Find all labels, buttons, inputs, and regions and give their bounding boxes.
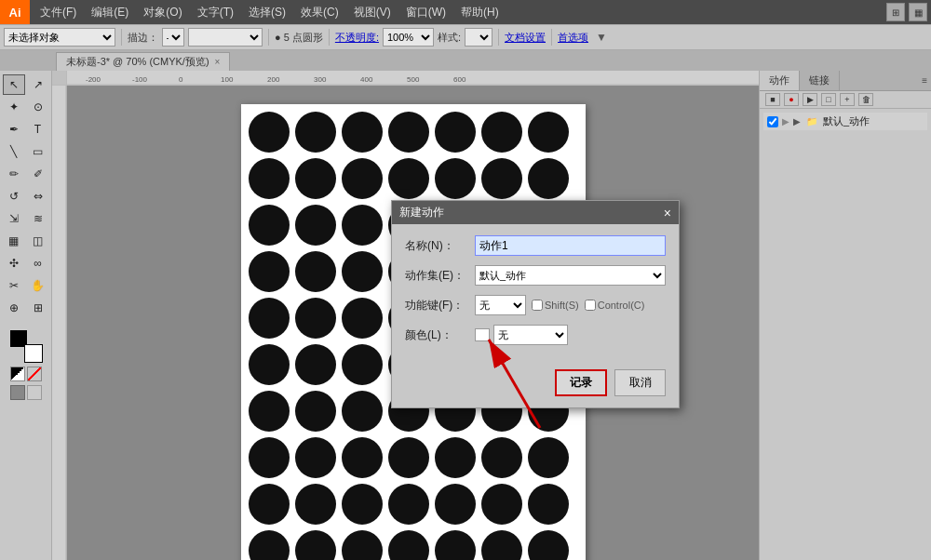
- lasso-tool[interactable]: ⊙: [27, 97, 49, 117]
- paintbrush-tool[interactable]: ✏: [3, 164, 25, 184]
- stroke-dropdown[interactable]: —: [162, 28, 184, 47]
- panel-tab-actions[interactable]: 动作: [760, 71, 800, 90]
- shift-checkbox-label: Shift(S): [532, 300, 579, 311]
- action-checkbox[interactable]: [767, 116, 778, 127]
- menu-view[interactable]: 视图(V): [347, 3, 398, 22]
- menu-object[interactable]: 对象(O): [137, 3, 188, 22]
- zoom-tool[interactable]: ⊕: [3, 298, 25, 318]
- svg-point-25: [528, 158, 569, 199]
- dialog-close-btn[interactable]: ×: [664, 206, 671, 220]
- no-fill-indicator[interactable]: [27, 367, 42, 381]
- selection-tool[interactable]: ↖: [3, 74, 25, 95]
- scale-tool[interactable]: ⇲: [3, 208, 25, 229]
- ruler-vertical: [52, 86, 67, 560]
- panel-record-btn[interactable]: ●: [784, 93, 799, 106]
- svg-point-47: [249, 344, 290, 385]
- svg-point-71: [388, 484, 429, 525]
- type-tool[interactable]: T: [27, 119, 49, 140]
- rotate-tool[interactable]: ↺: [3, 186, 25, 207]
- menu-type[interactable]: 文字(T): [191, 3, 240, 22]
- cancel-button[interactable]: 取消: [614, 369, 666, 396]
- eyedropper-tool[interactable]: ✣: [3, 253, 25, 273]
- stroke-label: 描边：: [128, 31, 158, 45]
- shape-tool[interactable]: ▭: [27, 141, 49, 162]
- svg-point-28: [342, 205, 383, 246]
- panel-stop-btn[interactable]: ■: [765, 93, 780, 106]
- dialog-title: 新建动作: [399, 205, 444, 220]
- preferences-link[interactable]: 首选项: [558, 31, 588, 45]
- panel-play-btn[interactable]: ▶: [803, 93, 817, 106]
- svg-point-12: [249, 112, 290, 153]
- dialog-actionset-select[interactable]: 默认_动作: [475, 265, 666, 286]
- svg-point-54: [249, 391, 290, 432]
- mirror-tool[interactable]: ⇔: [27, 186, 49, 207]
- dialog-name-label: 名称(N)：: [405, 238, 475, 254]
- svg-point-16: [435, 112, 476, 153]
- panel-tab-links[interactable]: 链接: [800, 71, 840, 90]
- action-expand-icon[interactable]: ▶: [793, 116, 801, 127]
- svg-point-22: [388, 158, 429, 199]
- menu-window[interactable]: 窗口(W): [399, 3, 452, 22]
- svg-point-62: [295, 437, 336, 478]
- svg-text:-100: -100: [132, 75, 148, 84]
- grid-view-icon[interactable]: ▦: [909, 3, 927, 21]
- gradient-tool[interactable]: ◫: [27, 231, 49, 251]
- menu-select[interactable]: 选择(S): [242, 3, 292, 22]
- svg-point-19: [249, 158, 290, 199]
- pen-tool[interactable]: ✒: [3, 119, 25, 140]
- record-button[interactable]: 记录: [555, 369, 607, 396]
- style-dropdown[interactable]: [465, 28, 492, 47]
- panel-menu-btn[interactable]: ≡: [922, 75, 927, 86]
- artboard-tool[interactable]: ⊞: [27, 298, 49, 318]
- menu-file[interactable]: 文件(F): [34, 3, 83, 22]
- action-item-default[interactable]: ▶ ▶ 📁 默认_动作: [763, 113, 927, 130]
- menu-help[interactable]: 帮助(H): [454, 3, 506, 22]
- mode-screen[interactable]: [27, 385, 42, 400]
- selection-dropdown[interactable]: 未选择对象: [4, 28, 115, 47]
- svg-text:0: 0: [179, 75, 183, 84]
- magic-wand-tool[interactable]: ✦: [3, 97, 25, 117]
- svg-point-23: [435, 158, 476, 199]
- toolbar-divider-3: [329, 29, 330, 46]
- svg-point-14: [342, 112, 383, 153]
- shift-checkbox[interactable]: [532, 300, 543, 311]
- none-indicator[interactable]: [10, 367, 25, 381]
- panel-new-btn[interactable]: +: [840, 93, 855, 106]
- direct-selection-tool[interactable]: ↗: [27, 74, 49, 95]
- warp-tool[interactable]: ≋: [27, 208, 49, 229]
- menu-effect[interactable]: 效果(C): [294, 3, 345, 22]
- svg-point-55: [295, 391, 336, 432]
- pencil-tool[interactable]: ✐: [27, 164, 49, 184]
- control-checkbox[interactable]: [585, 300, 596, 311]
- doc-settings-link[interactable]: 文档设置: [505, 31, 546, 45]
- tab-close-btn[interactable]: ×: [215, 57, 221, 67]
- dialog-name-input[interactable]: [475, 235, 666, 256]
- panel-folder-btn[interactable]: □: [821, 93, 836, 106]
- graph-tool[interactable]: ▦: [3, 231, 25, 251]
- dialog-color-label: 颜色(L)：: [405, 327, 475, 343]
- dialog-color-swatch: [475, 328, 490, 341]
- dialog-color-select[interactable]: 无: [493, 325, 568, 345]
- document-tab[interactable]: 未标题-3* @ 70% (CMYK/预览) ×: [56, 52, 230, 71]
- svg-point-41: [295, 298, 336, 339]
- app-logo: Ai: [0, 0, 30, 24]
- svg-point-42: [342, 298, 383, 339]
- svg-point-21: [342, 158, 383, 199]
- menu-edit[interactable]: 编辑(E): [85, 3, 135, 22]
- svg-point-66: [481, 437, 522, 478]
- svg-point-70: [342, 484, 383, 525]
- opacity-dropdown[interactable]: 100%: [383, 28, 434, 47]
- line-tool[interactable]: ╲: [3, 141, 25, 162]
- mode-normal[interactable]: [10, 385, 25, 400]
- stroke-style-dropdown[interactable]: [188, 28, 263, 47]
- search-icon[interactable]: ⊞: [886, 3, 905, 21]
- background-color[interactable]: [24, 344, 43, 363]
- toolbar-divider-2: [268, 29, 269, 46]
- dialog-shortcut-select[interactable]: 无: [475, 295, 526, 315]
- svg-point-74: [528, 484, 569, 525]
- svg-text:600: 600: [453, 75, 466, 84]
- blend-tool[interactable]: ∞: [27, 253, 49, 273]
- hand-tool[interactable]: ✋: [27, 275, 49, 296]
- panel-delete-btn[interactable]: 🗑: [858, 93, 873, 106]
- scissors-tool[interactable]: ✂: [3, 275, 25, 296]
